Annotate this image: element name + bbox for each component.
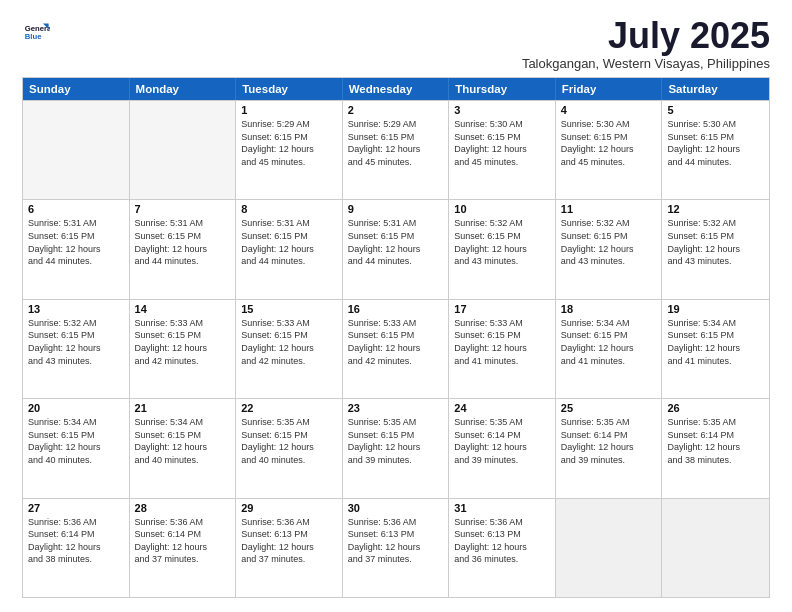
cell-info: Daylight: 12 hours [241, 441, 337, 454]
cal-header-friday: Friday [556, 78, 663, 100]
cal-cell: 19Sunrise: 5:34 AMSunset: 6:15 PMDayligh… [662, 300, 769, 398]
cell-info: and 40 minutes. [241, 454, 337, 467]
cell-info: and 42 minutes. [241, 355, 337, 368]
cell-info: Sunset: 6:15 PM [241, 329, 337, 342]
cell-info: Sunrise: 5:33 AM [135, 317, 231, 330]
cell-info: and 42 minutes. [135, 355, 231, 368]
cell-info: Sunrise: 5:34 AM [28, 416, 124, 429]
cal-cell: 30Sunrise: 5:36 AMSunset: 6:13 PMDayligh… [343, 499, 450, 597]
cell-info: Sunset: 6:15 PM [667, 329, 764, 342]
cell-info: Sunset: 6:14 PM [135, 528, 231, 541]
cell-info: Sunset: 6:15 PM [135, 230, 231, 243]
cal-cell: 12Sunrise: 5:32 AMSunset: 6:15 PMDayligh… [662, 200, 769, 298]
cal-cell: 3Sunrise: 5:30 AMSunset: 6:15 PMDaylight… [449, 101, 556, 199]
day-number: 9 [348, 203, 444, 215]
cal-week-0: 1Sunrise: 5:29 AMSunset: 6:15 PMDaylight… [23, 100, 769, 199]
cell-info: Daylight: 12 hours [28, 342, 124, 355]
cell-info: Sunrise: 5:35 AM [454, 416, 550, 429]
cal-cell: 7Sunrise: 5:31 AMSunset: 6:15 PMDaylight… [130, 200, 237, 298]
cell-info: Daylight: 12 hours [348, 243, 444, 256]
cell-info: Sunrise: 5:36 AM [348, 516, 444, 529]
cell-info: Sunrise: 5:31 AM [135, 217, 231, 230]
cell-info: Daylight: 12 hours [241, 541, 337, 554]
cal-week-1: 6Sunrise: 5:31 AMSunset: 6:15 PMDaylight… [23, 199, 769, 298]
cal-cell: 27Sunrise: 5:36 AMSunset: 6:14 PMDayligh… [23, 499, 130, 597]
logo-icon: General Blue [22, 18, 50, 46]
title-block: July 2025 Talokgangan, Western Visayas, … [522, 18, 770, 71]
cal-cell: 4Sunrise: 5:30 AMSunset: 6:15 PMDaylight… [556, 101, 663, 199]
cell-info: and 39 minutes. [348, 454, 444, 467]
cell-info: Sunrise: 5:31 AM [28, 217, 124, 230]
cal-cell: 18Sunrise: 5:34 AMSunset: 6:15 PMDayligh… [556, 300, 663, 398]
cell-info: and 45 minutes. [454, 156, 550, 169]
cell-info: Daylight: 12 hours [561, 441, 657, 454]
cell-info: Sunset: 6:15 PM [28, 429, 124, 442]
cal-week-2: 13Sunrise: 5:32 AMSunset: 6:15 PMDayligh… [23, 299, 769, 398]
cell-info: and 37 minutes. [241, 553, 337, 566]
day-number: 20 [28, 402, 124, 414]
cell-info: and 38 minutes. [28, 553, 124, 566]
cell-info: Sunrise: 5:29 AM [241, 118, 337, 131]
cell-info: Sunrise: 5:31 AM [241, 217, 337, 230]
cal-cell: 21Sunrise: 5:34 AMSunset: 6:15 PMDayligh… [130, 399, 237, 497]
cell-info: and 44 minutes. [241, 255, 337, 268]
cell-info: Sunset: 6:15 PM [348, 329, 444, 342]
cell-info: Daylight: 12 hours [454, 342, 550, 355]
cell-info: and 44 minutes. [348, 255, 444, 268]
cal-cell: 29Sunrise: 5:36 AMSunset: 6:13 PMDayligh… [236, 499, 343, 597]
cal-cell: 14Sunrise: 5:33 AMSunset: 6:15 PMDayligh… [130, 300, 237, 398]
cal-cell: 22Sunrise: 5:35 AMSunset: 6:15 PMDayligh… [236, 399, 343, 497]
cell-info: Daylight: 12 hours [454, 441, 550, 454]
cal-cell: 20Sunrise: 5:34 AMSunset: 6:15 PMDayligh… [23, 399, 130, 497]
cal-cell [23, 101, 130, 199]
cell-info: Daylight: 12 hours [454, 143, 550, 156]
cell-info: Daylight: 12 hours [454, 243, 550, 256]
cell-info: and 39 minutes. [454, 454, 550, 467]
cell-info: Sunrise: 5:30 AM [454, 118, 550, 131]
cell-info: Sunrise: 5:34 AM [561, 317, 657, 330]
cell-info: Sunset: 6:15 PM [348, 230, 444, 243]
cell-info: Sunrise: 5:36 AM [241, 516, 337, 529]
day-number: 17 [454, 303, 550, 315]
cell-info: Sunrise: 5:32 AM [454, 217, 550, 230]
day-number: 25 [561, 402, 657, 414]
day-number: 13 [28, 303, 124, 315]
cal-cell: 10Sunrise: 5:32 AMSunset: 6:15 PMDayligh… [449, 200, 556, 298]
day-number: 18 [561, 303, 657, 315]
cell-info: and 43 minutes. [454, 255, 550, 268]
cell-info: Sunrise: 5:36 AM [454, 516, 550, 529]
cell-info: Daylight: 12 hours [135, 243, 231, 256]
cell-info: Sunrise: 5:36 AM [135, 516, 231, 529]
day-number: 15 [241, 303, 337, 315]
cell-info: and 41 minutes. [667, 355, 764, 368]
cal-cell: 31Sunrise: 5:36 AMSunset: 6:13 PMDayligh… [449, 499, 556, 597]
cell-info: and 40 minutes. [28, 454, 124, 467]
cell-info: Daylight: 12 hours [348, 441, 444, 454]
cell-info: Sunrise: 5:35 AM [348, 416, 444, 429]
cal-cell: 28Sunrise: 5:36 AMSunset: 6:14 PMDayligh… [130, 499, 237, 597]
cell-info: Sunrise: 5:35 AM [241, 416, 337, 429]
day-number: 3 [454, 104, 550, 116]
cal-cell: 1Sunrise: 5:29 AMSunset: 6:15 PMDaylight… [236, 101, 343, 199]
day-number: 11 [561, 203, 657, 215]
cell-info: Sunset: 6:14 PM [28, 528, 124, 541]
cell-info: Daylight: 12 hours [561, 243, 657, 256]
cell-info: Sunrise: 5:30 AM [667, 118, 764, 131]
cal-cell: 24Sunrise: 5:35 AMSunset: 6:14 PMDayligh… [449, 399, 556, 497]
cell-info: Daylight: 12 hours [28, 441, 124, 454]
cell-info: Sunrise: 5:32 AM [561, 217, 657, 230]
cell-info: and 41 minutes. [454, 355, 550, 368]
cal-cell: 2Sunrise: 5:29 AMSunset: 6:15 PMDaylight… [343, 101, 450, 199]
cell-info: Sunset: 6:15 PM [348, 429, 444, 442]
cell-info: Sunset: 6:14 PM [667, 429, 764, 442]
cell-info: Sunrise: 5:29 AM [348, 118, 444, 131]
cal-cell: 13Sunrise: 5:32 AMSunset: 6:15 PMDayligh… [23, 300, 130, 398]
cell-info: Daylight: 12 hours [135, 441, 231, 454]
day-number: 21 [135, 402, 231, 414]
cell-info: Daylight: 12 hours [135, 541, 231, 554]
cell-info: Sunset: 6:14 PM [454, 429, 550, 442]
day-number: 7 [135, 203, 231, 215]
day-number: 5 [667, 104, 764, 116]
cell-info: Sunset: 6:15 PM [348, 131, 444, 144]
cal-cell [662, 499, 769, 597]
